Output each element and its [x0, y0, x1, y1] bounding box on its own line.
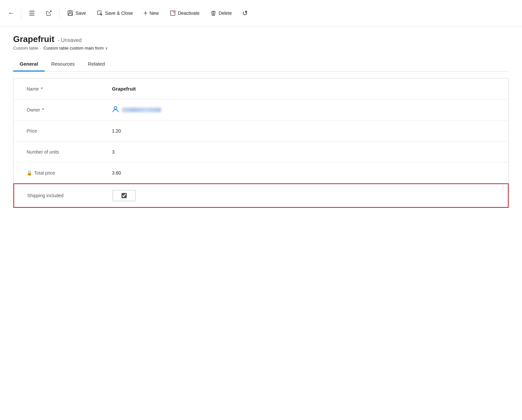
- owner-label-text: Owner: [27, 107, 40, 113]
- tab-resources-label: Resources: [51, 61, 75, 67]
- shipping-field-row: Shipping included: [13, 183, 509, 208]
- tab-resources[interactable]: Resources: [45, 57, 81, 72]
- units-value-text: 3: [112, 149, 115, 155]
- owner-field-row: Owner *: [13, 99, 509, 120]
- owner-field: [112, 105, 495, 114]
- deactivate-label: Deactivate: [178, 10, 200, 16]
- record-name: Grapefruit: [13, 34, 54, 44]
- svg-rect-0: [29, 11, 34, 11]
- record-title: Grapefruit - Unsaved: [13, 34, 509, 44]
- unsaved-indicator: - Unsaved: [58, 37, 82, 43]
- price-label-text: Price: [27, 128, 37, 134]
- svg-rect-2: [29, 15, 34, 15]
- person-icon: [112, 105, 119, 114]
- price-label: Price: [27, 128, 112, 134]
- price-value-text: 1.20: [112, 128, 121, 134]
- list-icon: [29, 10, 35, 16]
- name-label: Name *: [27, 86, 112, 92]
- share-button[interactable]: [41, 6, 57, 20]
- save-close-icon: [97, 10, 103, 16]
- units-value[interactable]: 3: [112, 149, 495, 155]
- refresh-button[interactable]: ↺: [238, 6, 252, 20]
- delete-button[interactable]: Delete: [206, 6, 236, 20]
- save-label: Save: [76, 10, 86, 16]
- breadcrumb-table[interactable]: Custom table: [13, 46, 38, 51]
- new-icon: +: [143, 9, 148, 17]
- owner-label: Owner *: [27, 107, 112, 113]
- deactivate-icon: [169, 10, 176, 16]
- total-price-value: 3.60: [112, 170, 495, 176]
- toolbar: ← Save Save & Close + New: [0, 0, 522, 26]
- form-section: Name * Grapefruit Owner *: [13, 78, 509, 208]
- tabs-section: General Resources Related: [0, 51, 522, 72]
- total-price-label: 🔒 Total price: [27, 170, 112, 176]
- lock-icon: 🔒: [27, 170, 32, 176]
- separator-1: [21, 7, 21, 19]
- breadcrumb: Custom table · Custom table custom main …: [13, 46, 509, 51]
- units-label-text: Number of units: [27, 149, 59, 155]
- svg-rect-5: [69, 13, 72, 15]
- owner-name-blurred: [122, 108, 161, 112]
- new-label: New: [150, 10, 159, 16]
- shipping-label: Shipping included: [27, 193, 113, 198]
- header-section: Grapefruit - Unsaved Custom table · Cust…: [0, 26, 522, 51]
- breadcrumb-form-label: Custom table custom main form: [43, 46, 104, 51]
- breadcrumb-separator: ·: [40, 46, 42, 51]
- tab-related-label: Related: [88, 61, 105, 67]
- delete-label: Delete: [219, 10, 232, 16]
- save-close-button[interactable]: Save & Close: [92, 6, 138, 20]
- tab-general-label: General: [20, 61, 38, 67]
- separator-2: [59, 7, 60, 19]
- name-field-row: Name * Grapefruit: [13, 78, 509, 99]
- new-button[interactable]: + New: [139, 6, 163, 20]
- name-required-star: *: [41, 86, 43, 92]
- breadcrumb-form-link[interactable]: Custom table custom main form ∨: [43, 46, 108, 51]
- owner-required-star: *: [42, 107, 44, 113]
- delete-icon: [210, 10, 217, 16]
- units-label: Number of units: [27, 149, 112, 155]
- total-price-label-text: Total price: [34, 170, 55, 176]
- total-price-field-row: 🔒 Total price 3.60: [13, 162, 509, 183]
- save-button[interactable]: Save: [62, 6, 91, 20]
- shipping-label-text: Shipping included: [27, 193, 64, 198]
- total-price-value-text: 3.60: [112, 170, 121, 176]
- svg-rect-1: [29, 13, 34, 13]
- name-label-text: Name: [27, 86, 39, 92]
- shipping-checkbox-wrapper: [113, 190, 136, 201]
- tabs: General Resources Related: [13, 57, 509, 72]
- price-value[interactable]: 1.20: [112, 128, 495, 134]
- back-button[interactable]: ←: [4, 7, 18, 19]
- refresh-icon: ↺: [242, 9, 248, 17]
- save-icon: [67, 10, 74, 16]
- back-icon: ←: [8, 9, 14, 16]
- shipping-included-checkbox[interactable]: [121, 193, 127, 198]
- chevron-down-icon: ∨: [105, 46, 108, 51]
- svg-point-11: [114, 107, 117, 109]
- svg-rect-4: [69, 11, 71, 12]
- deactivate-button[interactable]: Deactivate: [165, 6, 204, 20]
- list-view-button[interactable]: [24, 6, 40, 20]
- share-icon: [46, 10, 52, 16]
- owner-value[interactable]: [112, 105, 495, 114]
- tab-general[interactable]: General: [13, 57, 45, 72]
- save-close-label: Save & Close: [105, 10, 133, 16]
- price-field-row: Price 1.20: [13, 120, 509, 141]
- units-field-row: Number of units 3: [13, 141, 509, 162]
- shipping-value[interactable]: [113, 190, 495, 201]
- tab-related[interactable]: Related: [81, 57, 112, 72]
- name-value-text: Grapefruit: [112, 86, 136, 92]
- name-value[interactable]: Grapefruit: [112, 86, 495, 92]
